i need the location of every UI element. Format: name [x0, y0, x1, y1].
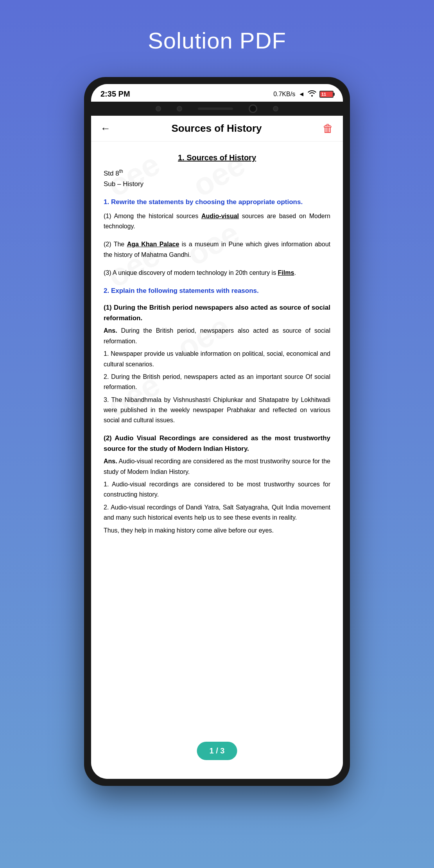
camera-dot-left	[156, 106, 161, 111]
camera-bar	[91, 102, 343, 116]
signal-icon: ◄	[298, 91, 305, 98]
wifi-icon	[308, 90, 316, 98]
q2-point1: 1. Newspaper provide us valuable informa…	[104, 349, 330, 369]
phone-screen: 2:35 PM 0.7KB/s ◄ 11	[91, 84, 343, 779]
q2-heading: 2. Explain the following statements with…	[104, 286, 330, 296]
phone-frame: 2:35 PM 0.7KB/s ◄ 11	[84, 77, 350, 786]
app-title: Sources of History	[171, 122, 262, 135]
q2-point3: 3. The Nibandhmala by Vishnushastri Chip…	[104, 395, 330, 426]
q1-answer2: (2) The Aga Khan Palace is a museum in P…	[104, 239, 330, 260]
status-time: 2:35 PM	[100, 90, 130, 99]
delete-button[interactable]: 🗑	[323, 122, 334, 135]
battery-icon: 11	[319, 91, 334, 98]
q1-answer3: (3) A unique discovery of modern technol…	[104, 268, 330, 278]
q2-ans2-p2: 2. Audio-visual recordings of Dandi Yatr…	[104, 502, 330, 523]
q2-ans2-intro: Ans. Audio-visual recording are consider…	[104, 456, 330, 477]
status-right-icons: 0.7KB/s ◄ 11	[273, 90, 334, 98]
page-indicator[interactable]: 1 / 3	[197, 742, 237, 760]
doc-title: 1. Sources of History	[104, 153, 330, 162]
q2-ans2-p1: 1. Audio-visual recordings are considere…	[104, 479, 330, 500]
doc-meta: Std 8th Sub – History	[104, 168, 330, 189]
back-button[interactable]: ←	[100, 122, 111, 135]
q2-ans2-p3: Thus, they help in making history come a…	[104, 525, 330, 536]
document-inner: 1. Sources of History Std 8th Sub – Hist…	[104, 153, 330, 536]
page-title: Solution PDF	[148, 27, 286, 54]
camera-dot-right	[273, 106, 278, 111]
network-speed: 0.7KB/s	[273, 91, 295, 98]
app-header: ← Sources of History 🗑	[91, 116, 343, 142]
q2-ans-intro: Ans. During the British period, newspape…	[104, 326, 330, 346]
q2-point2: 2. During the British period, newspapers…	[104, 372, 330, 393]
document-content: oee oee oee oee oee oee 1. Sources of Hi…	[91, 142, 343, 767]
speaker	[198, 108, 233, 110]
q2-sub2: (2) Audio Visual Recordings are consider…	[104, 433, 330, 454]
camera-main	[249, 104, 257, 113]
q1-answer1: (1) Among the historical sources Audio-v…	[104, 211, 330, 232]
camera-dot-left2	[177, 106, 182, 111]
status-bar: 2:35 PM 0.7KB/s ◄ 11	[91, 84, 343, 102]
q1-heading: 1. Rewrite the statements by choosing th…	[104, 197, 330, 207]
q2-sub1: (1) During the British period newspapers…	[104, 302, 330, 323]
